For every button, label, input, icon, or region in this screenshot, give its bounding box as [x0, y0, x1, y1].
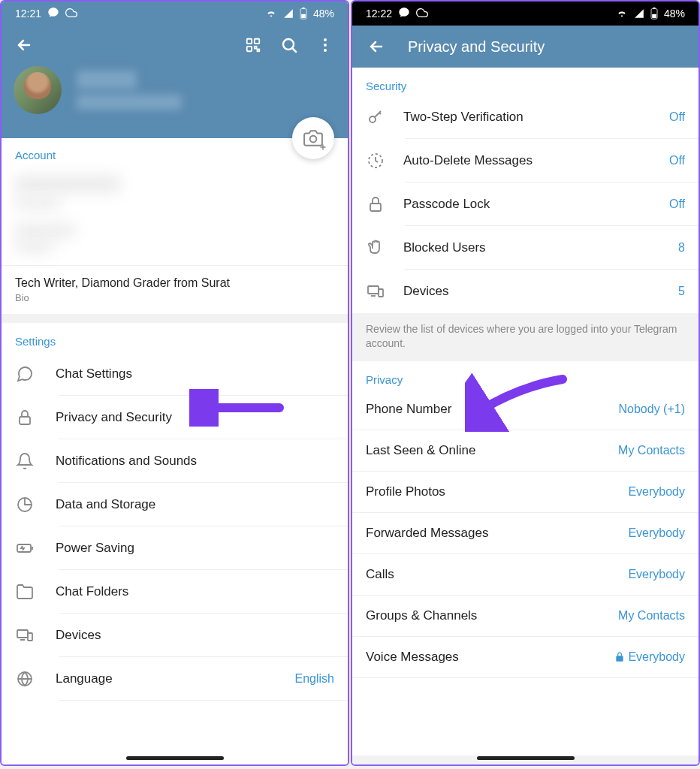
avatar[interactable]	[14, 66, 62, 114]
svg-point-10	[324, 44, 327, 47]
chat-indicator-icon	[398, 7, 410, 21]
profile-header	[2, 26, 348, 138]
settings-item-label: Devices	[56, 628, 334, 643]
settings-item-label: Chat Settings	[56, 366, 334, 381]
lock-icon	[366, 195, 385, 213]
privacy-item-label: Forwarded Messages	[366, 526, 488, 541]
privacy-item-phone-number[interactable]: Phone Number Nobody (+1)	[352, 389, 698, 430]
settings-item-privacy-security[interactable]: Privacy and Security	[2, 396, 348, 439]
privacy-item-voice-messages[interactable]: Voice Messages Everybody	[352, 637, 698, 678]
settings-item-notifications[interactable]: Notifications and Sounds	[2, 439, 348, 483]
security-item-value: Off	[669, 198, 685, 211]
pie-chart-icon	[15, 495, 35, 514]
svg-rect-26	[368, 286, 379, 294]
security-item-blocked-users[interactable]: Blocked Users 8	[352, 226, 698, 270]
svg-rect-6	[255, 47, 257, 49]
privacy-item-value: Everybody	[628, 568, 685, 581]
signal-icon	[634, 8, 644, 19]
settings-item-chat-folders[interactable]: Chat Folders	[2, 570, 348, 614]
security-item-value: 5	[678, 285, 685, 298]
back-button[interactable]	[14, 35, 35, 56]
settings-item-devices[interactable]: Devices	[2, 614, 348, 657]
privacy-item-value: My Contacts	[618, 444, 685, 457]
status-time: 12:21	[15, 8, 41, 20]
account-section: Account Tech Writer, Diamond Grader from…	[2, 138, 348, 323]
battery-percent: 48%	[664, 8, 685, 20]
settings-item-language[interactable]: Language English	[2, 657, 348, 701]
bio-row[interactable]: Tech Writer, Diamond Grader from Surat B…	[2, 266, 348, 314]
privacy-item-last-seen[interactable]: Last Seen & Online My Contacts	[352, 430, 698, 472]
signal-icon	[283, 8, 294, 19]
svg-rect-22	[652, 14, 656, 18]
privacy-item-label: Phone Number	[366, 402, 451, 417]
svg-rect-17	[17, 630, 28, 638]
svg-rect-4	[255, 39, 259, 44]
security-item-value: 8	[678, 241, 685, 255]
privacy-item-profile-photos[interactable]: Profile Photos Everybody	[352, 472, 698, 513]
settings-item-chat-settings[interactable]: Chat Settings	[2, 352, 348, 396]
qr-code-button[interactable]	[243, 35, 264, 56]
change-photo-button[interactable]	[292, 117, 334, 159]
settings-item-label: Chat Folders	[56, 584, 334, 599]
security-item-label: Devices	[403, 284, 660, 299]
back-button[interactable]	[366, 36, 387, 57]
privacy-section: Privacy Phone Number Nobody (+1) Last Se…	[352, 361, 698, 755]
search-button[interactable]	[279, 35, 300, 56]
lock-icon	[614, 652, 625, 662]
privacy-item-calls[interactable]: Calls Everybody	[352, 554, 698, 596]
battery-charging-icon	[15, 538, 35, 558]
chat-icon	[15, 364, 35, 384]
privacy-item-label: Calls	[366, 567, 394, 582]
privacy-item-groups-channels[interactable]: Groups & Channels My Contacts	[352, 596, 698, 637]
security-item-two-step[interactable]: Two-Step Verification Off	[352, 95, 698, 139]
svg-point-12	[310, 136, 317, 143]
folder-icon	[15, 582, 35, 602]
settings-section-header: Settings	[2, 323, 348, 352]
svg-rect-13	[20, 417, 30, 424]
privacy-item-value: Everybody	[628, 526, 685, 540]
cloud-indicator-icon	[65, 7, 77, 21]
bell-icon	[15, 451, 35, 471]
security-item-devices[interactable]: Devices 5	[352, 270, 698, 313]
phone-settings-screen: 12:21 48%	[0, 0, 349, 766]
more-menu-button[interactable]	[315, 35, 336, 56]
security-item-label: Passcode Lock	[403, 197, 651, 212]
privacy-item-value: Nobody (+1)	[619, 403, 686, 416]
settings-item-power-saving[interactable]: Power Saving	[2, 526, 348, 570]
settings-item-data-storage[interactable]: Data and Storage	[2, 483, 348, 526]
profile-name-redacted	[77, 71, 182, 110]
security-item-value: Off	[669, 110, 685, 124]
security-item-auto-delete[interactable]: Auto-Delete Messages Off	[352, 139, 698, 182]
privacy-item-forwarded-messages[interactable]: Forwarded Messages Everybody	[352, 513, 698, 554]
security-section-header: Security	[352, 68, 698, 95]
svg-rect-25	[370, 204, 381, 211]
settings-item-label: Data and Storage	[56, 497, 334, 512]
cloud-indicator-icon	[416, 7, 428, 21]
svg-rect-1	[302, 8, 304, 9]
battery-icon	[650, 8, 658, 20]
settings-list: Settings Chat Settings Privacy and Secur…	[2, 323, 348, 764]
svg-rect-3	[247, 39, 252, 44]
devices-icon	[366, 282, 385, 300]
chat-indicator-icon	[47, 7, 59, 21]
security-item-label: Blocked Users	[403, 240, 660, 255]
svg-rect-7	[258, 50, 260, 52]
svg-point-9	[324, 38, 327, 41]
status-bar: 12:21 48%	[2, 2, 348, 26]
account-info-redacted[interactable]	[2, 166, 348, 266]
svg-rect-5	[247, 47, 252, 51]
devices-icon	[15, 626, 35, 645]
security-section: Security Two-Step Verification Off Auto-…	[352, 68, 698, 313]
page-header: Privacy and Security	[352, 26, 698, 68]
bio-text: Tech Writer, Diamond Grader from Surat	[15, 276, 334, 290]
settings-item-label: Notifications and Sounds	[56, 454, 334, 469]
svg-point-23	[370, 116, 376, 122]
security-item-passcode-lock[interactable]: Passcode Lock Off	[352, 182, 698, 226]
privacy-item-label: Voice Messages	[366, 650, 459, 665]
timer-icon	[366, 152, 385, 170]
privacy-item-label: Groups & Channels	[366, 608, 477, 623]
status-time: 12:22	[366, 8, 392, 20]
settings-item-label: Language	[56, 671, 274, 686]
svg-point-11	[324, 49, 327, 52]
settings-item-value: English	[295, 672, 334, 686]
